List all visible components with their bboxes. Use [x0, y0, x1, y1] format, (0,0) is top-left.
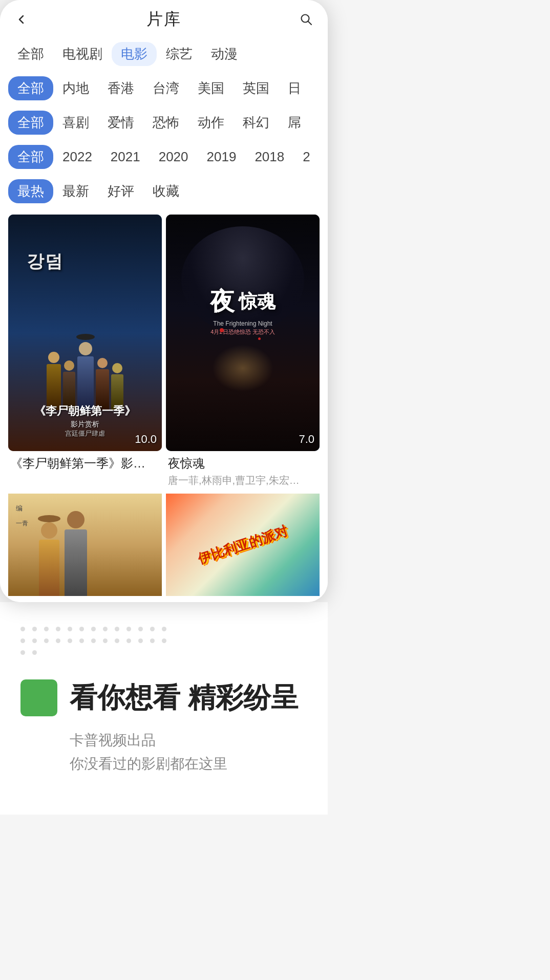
filter-mainland[interactable]: 内地	[53, 76, 98, 100]
movie-card-2[interactable]: 夜 惊魂 The Frightening Night 4月2日恐绝惊恐 无恐不入…	[166, 215, 320, 489]
movie2-info: 夜惊魂 唐一菲,林雨申,曹卫宇,朱宏…	[166, 451, 320, 489]
night-english: The Frightening Night	[210, 320, 276, 327]
movie1-title-overlay: 《李尸朝鲜第一季》	[8, 403, 162, 419]
promo-brand-name: 卡普视频出品	[70, 731, 307, 750]
filter-scifi[interactable]: 科幻	[234, 111, 279, 135]
dot	[20, 650, 25, 655]
sort-filter-row: 最热 最新 好评 收藏	[8, 174, 320, 208]
movie-poster-3: 编 一青	[8, 494, 162, 596]
filter-2020[interactable]: 2020	[150, 146, 198, 168]
filter-2018[interactable]: 2018	[245, 146, 293, 168]
promo-dots	[20, 627, 174, 655]
dot	[68, 627, 72, 631]
movie-poster-2: 夜 惊魂 The Frightening Night 4月2日恐绝惊恐 无恐不入…	[166, 215, 320, 451]
korean-text: 강덤	[27, 250, 64, 273]
dot	[56, 638, 60, 643]
genre-filter-row: 全部 喜剧 爱情 恐怖 动作 科幻 屌	[8, 105, 320, 140]
filter-sort-new[interactable]: 最新	[53, 179, 98, 203]
promo-logo	[20, 679, 57, 716]
dot	[32, 627, 37, 631]
filter-all-genre[interactable]: 全部	[8, 111, 53, 135]
dot	[79, 638, 84, 643]
movie-card-4[interactable]: 伊比利亚的派对	[166, 494, 320, 596]
filter-horror[interactable]: 恐怖	[143, 111, 188, 135]
movie-card-3[interactable]: 编 一青	[8, 494, 162, 596]
dot	[44, 627, 49, 631]
movie2-score: 7.0	[299, 433, 314, 446]
filter-sort-hot[interactable]: 最热	[8, 179, 53, 203]
back-button[interactable]	[12, 10, 31, 29]
filter-romance[interactable]: 爱情	[98, 111, 143, 135]
search-button[interactable]	[297, 10, 315, 29]
filter-more-genre[interactable]: 屌	[279, 111, 310, 135]
movie2-title: 夜惊魂	[168, 455, 318, 472]
dot	[138, 627, 143, 631]
header: 片库	[0, 0, 328, 37]
filter-anime[interactable]: 动漫	[202, 42, 247, 66]
promo-section: 看你想看 精彩纷呈 卡普视频出品 你没看过的影剧都在这里	[0, 602, 328, 815]
dot	[150, 638, 155, 643]
svg-line-1	[308, 22, 312, 25]
filter-2021[interactable]: 2021	[101, 146, 150, 168]
promo-brand-row: 看你想看 精彩纷呈	[20, 679, 307, 716]
dot	[126, 638, 131, 643]
dot	[150, 627, 155, 631]
dot	[162, 627, 166, 631]
movie-card-1[interactable]: 강덤 《李尸朝鲜第一季》 影片赏析 宫廷僵尸肆虐 10.0	[8, 215, 162, 489]
dot	[115, 638, 119, 643]
region-filter-row: 全部 内地 香港 台湾 美国 英国 日	[8, 71, 320, 105]
filter-movie[interactable]: 电影	[112, 42, 157, 66]
movie2-cast: 唐一菲,林雨申,曹卫宇,朱宏…	[168, 474, 318, 487]
movie1-score: 10.0	[135, 433, 157, 446]
filter-all-region[interactable]: 全部	[8, 76, 53, 100]
filter-variety[interactable]: 综艺	[157, 42, 202, 66]
dot	[91, 638, 96, 643]
movie-poster-4: 伊比利亚的派对	[166, 494, 320, 596]
movie-poster-1: 강덤 《李尸朝鲜第一季》 影片赏析 宫廷僵尸肆虐 10.0	[8, 215, 162, 451]
dot	[103, 638, 108, 643]
type-filter-row: 全部 电视剧 电影 综艺 动漫	[8, 37, 320, 71]
filter-2022[interactable]: 2022	[53, 146, 101, 168]
filter-taiwan[interactable]: 台湾	[143, 76, 188, 100]
filter-more-year[interactable]: 2	[293, 146, 319, 168]
filter-all-type[interactable]: 全部	[8, 42, 53, 66]
filter-action[interactable]: 动作	[188, 111, 234, 135]
dot	[20, 627, 25, 631]
filter-comedy[interactable]: 喜剧	[53, 111, 98, 135]
movie-grid: 강덤 《李尸朝鲜第一季》 影片赏析 宫廷僵尸肆虐 10.0	[0, 208, 328, 602]
movie1-sub: 影片赏析	[8, 419, 162, 430]
dot	[138, 638, 143, 643]
dot	[103, 627, 108, 631]
page-title: 片库	[146, 8, 181, 31]
filter-hongkong[interactable]: 香港	[98, 76, 143, 100]
filter-sort-fav[interactable]: 收藏	[143, 179, 188, 203]
filter-usa[interactable]: 美国	[188, 76, 234, 100]
filter-uk[interactable]: 英国	[234, 76, 279, 100]
promo-subtitle: 你没看过的影剧都在这里	[70, 754, 307, 774]
dot	[126, 627, 131, 631]
promo-slogan: 看你想看 精彩纷呈	[70, 681, 299, 714]
filter-all-year[interactable]: 全部	[8, 145, 53, 169]
year-filter-row: 全部 2022 2021 2020 2019 2018 2	[8, 140, 320, 174]
movie1-title: 《李尸朝鲜第一季》影…	[10, 455, 160, 472]
dot	[32, 638, 37, 643]
movie1-info: 《李尸朝鲜第一季》影…	[8, 451, 162, 474]
promo-subtitle-area: 卡普视频出品 你没看过的影剧都在这里	[70, 731, 307, 774]
dot	[56, 627, 60, 631]
dot	[79, 627, 84, 631]
filter-japan[interactable]: 日	[279, 76, 310, 100]
dot	[44, 638, 49, 643]
dot	[20, 638, 25, 643]
dot	[115, 627, 119, 631]
filter-2019[interactable]: 2019	[198, 146, 246, 168]
dot	[32, 650, 37, 655]
dot	[91, 627, 96, 631]
filter-tv[interactable]: 电视剧	[53, 42, 112, 66]
filter-section: 全部 电视剧 电影 综艺 动漫 全部 内地 香港 台湾 美国 英国 日 全部 喜…	[0, 37, 328, 208]
dot	[68, 638, 72, 643]
filter-sort-rating[interactable]: 好评	[98, 179, 143, 203]
dot	[162, 638, 166, 643]
